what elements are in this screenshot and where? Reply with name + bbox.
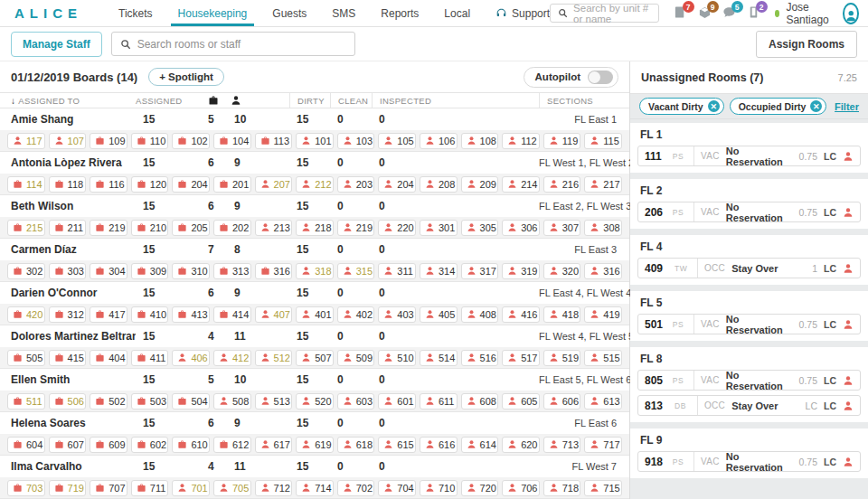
room-chip[interactable]: 705 [213, 480, 251, 496]
room-chip[interactable]: 703 [7, 480, 45, 496]
room-chip[interactable]: 701 [172, 480, 210, 496]
room-chip[interactable]: 615 [378, 437, 416, 453]
room-chip[interactable]: 605 [502, 393, 540, 410]
room-chip[interactable]: 302 [7, 263, 45, 279]
room-chip[interactable]: 601 [378, 393, 416, 410]
room-chip[interactable]: 414 [213, 306, 251, 323]
room-chip[interactable]: 304 [90, 263, 127, 279]
toggle-off[interactable] [588, 71, 613, 84]
autopilot-toggle[interactable]: Autopilot [524, 67, 618, 88]
room-chip[interactable]: 715 [584, 480, 622, 496]
unassigned-room-row[interactable]: 206PSVACNo Reservation0.75LC [637, 202, 861, 222]
room-chip[interactable]: 704 [378, 480, 416, 496]
staff-name[interactable]: Dolores Martinez Beltran [0, 330, 136, 343]
room-chip[interactable]: 114 [7, 176, 45, 193]
room-chip[interactable]: 720 [461, 480, 499, 496]
room-chip[interactable]: 604 [7, 437, 45, 453]
room-chip[interactable]: 514 [420, 350, 458, 366]
room-chip[interactable]: 215 [7, 220, 45, 236]
tickets-icon[interactable]: 7 [674, 5, 689, 21]
room-chip[interactable]: 219 [90, 220, 127, 236]
room-chip[interactable]: 510 [378, 350, 416, 366]
room-chip[interactable]: 220 [378, 220, 416, 236]
room-chip[interactable]: 207 [255, 176, 293, 193]
room-chip[interactable]: 402 [337, 306, 375, 323]
unassigned-room-row[interactable]: 918PSVACNo Reservation0.75LC [637, 451, 861, 472]
col-sections[interactable]: SECTIONS [539, 93, 629, 108]
room-chip[interactable]: 613 [584, 393, 622, 410]
room-chip[interactable]: 417 [90, 306, 127, 323]
room-chip[interactable]: 714 [296, 480, 334, 496]
person-icon[interactable] [231, 93, 271, 108]
room-chip[interactable]: 718 [543, 480, 581, 496]
staff-name[interactable]: Darien O'Connor [0, 287, 136, 299]
room-chip[interactable]: 103 [337, 133, 375, 149]
unassigned-room-row[interactable]: 805PSVACNo Reservation0.75LC [637, 370, 861, 391]
room-chip[interactable]: 119 [543, 133, 581, 149]
room-chip[interactable]: 608 [461, 393, 499, 410]
room-chip[interactable]: 109 [90, 133, 127, 149]
room-chip[interactable]: 610 [172, 437, 210, 453]
room-chip[interactable]: 712 [255, 480, 293, 496]
room-chip[interactable]: 607 [49, 437, 87, 453]
room-chip[interactable]: 306 [502, 220, 540, 236]
col-dirty[interactable]: DIRTY [289, 93, 330, 108]
room-chip[interactable]: 108 [461, 133, 499, 149]
room-chip[interactable]: 110 [131, 133, 169, 149]
room-chip[interactable]: 311 [378, 263, 416, 279]
messages-icon[interactable]: 5 [722, 5, 738, 21]
col-assigned-to[interactable]: ↓ASSIGNED TO [0, 93, 136, 108]
assign-person-icon[interactable] [843, 457, 854, 467]
room-chip[interactable]: 104 [213, 133, 251, 149]
room-chip[interactable]: 120 [131, 176, 169, 193]
staff-name[interactable]: Carmen Díaz [0, 243, 136, 256]
room-chip[interactable]: 617 [255, 437, 293, 453]
packages-icon[interactable]: 9 [698, 5, 713, 21]
room-chip[interactable]: 405 [420, 306, 458, 323]
room-chip[interactable]: 319 [502, 263, 540, 279]
room-chip[interactable]: 115 [584, 133, 622, 149]
col-assigned[interactable]: ASSIGNED [136, 93, 208, 108]
assign-person-icon[interactable] [843, 207, 854, 218]
room-chip[interactable]: 416 [502, 306, 540, 323]
room-chip[interactable]: 212 [296, 176, 334, 193]
room-chip[interactable]: 513 [255, 393, 293, 410]
staff-name[interactable]: Ellen Smith [0, 373, 136, 386]
room-chip[interactable]: 517 [502, 350, 540, 366]
assign-person-icon[interactable] [843, 400, 854, 411]
room-chip[interactable]: 305 [461, 220, 499, 236]
room-chip[interactable]: 205 [172, 220, 210, 236]
manage-staff-button[interactable]: Manage Staff [11, 32, 102, 57]
nav-tab-housekeeping[interactable]: Housekeeping [165, 0, 260, 26]
filter-chip[interactable]: Occupied Dirty✕ [730, 98, 827, 115]
user-menu[interactable]: Jose Santiago [775, 1, 859, 26]
room-chip[interactable]: 320 [543, 263, 581, 279]
room-chip[interactable]: 204 [172, 176, 210, 193]
unassigned-room-row[interactable]: 111PSVACNo Reservation0.75LC [637, 146, 861, 166]
room-chip[interactable]: 315 [337, 263, 375, 279]
room-chip[interactable]: 106 [420, 133, 458, 149]
room-chip[interactable]: 717 [584, 437, 622, 453]
room-chip[interactable]: 211 [49, 220, 87, 236]
room-chip[interactable]: 102 [172, 133, 210, 149]
nav-tab-guests[interactable]: Guests [259, 0, 319, 26]
room-chip[interactable]: 318 [296, 263, 334, 279]
room-chip[interactable]: 619 [296, 437, 334, 453]
room-chip[interactable]: 415 [49, 350, 87, 366]
room-chip[interactable]: 107 [49, 133, 87, 149]
room-chip[interactable]: 209 [461, 176, 499, 193]
room-chip[interactable]: 504 [172, 393, 210, 410]
room-chip[interactable]: 612 [213, 437, 251, 453]
room-chip[interactable]: 117 [7, 133, 45, 149]
room-chip[interactable]: 101 [296, 133, 334, 149]
room-chip[interactable]: 216 [543, 176, 581, 193]
room-chip[interactable]: 710 [420, 480, 458, 496]
staff-name[interactable]: Beth Wilson [0, 200, 136, 212]
room-chip[interactable]: 218 [296, 220, 334, 236]
room-chip[interactable]: 413 [172, 306, 210, 323]
room-chip[interactable]: 606 [543, 393, 581, 410]
room-chip[interactable]: 313 [213, 263, 251, 279]
room-chip[interactable]: 609 [90, 437, 127, 453]
room-chip[interactable]: 202 [213, 220, 251, 236]
avatar[interactable] [843, 3, 859, 24]
